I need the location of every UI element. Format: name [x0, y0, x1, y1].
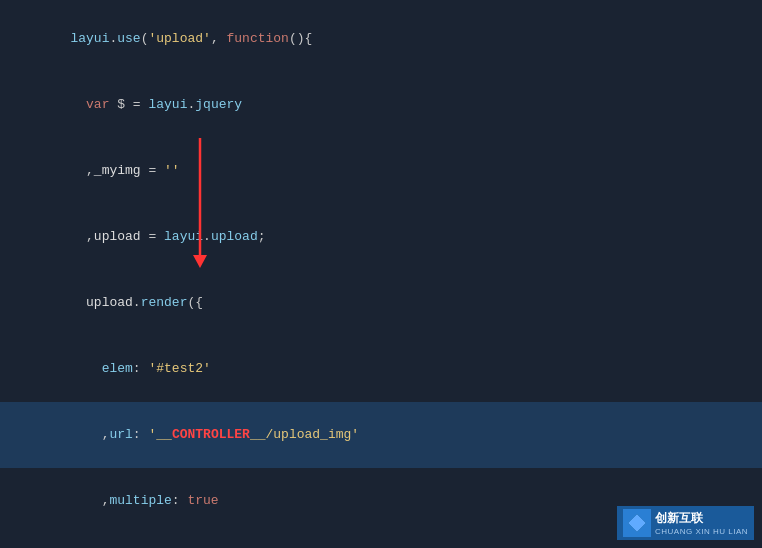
code-line-5: upload.render({: [0, 270, 762, 336]
watermark-text: 创新互联 CHUANG XIN HU LIAN: [655, 510, 748, 536]
code-line-4: ,upload = layui.upload;: [0, 204, 762, 270]
code-line-1: layui.use('upload', function(){: [0, 6, 762, 72]
svg-marker-2: [628, 514, 646, 532]
code-line-3: ,_myimg = '': [0, 138, 762, 204]
code-line-2: var $ = layui.jquery: [0, 72, 762, 138]
watermark-pinyin: CHUANG XIN HU LIAN: [655, 527, 748, 536]
watermark: 创新互联 CHUANG XIN HU LIAN: [617, 506, 754, 540]
watermark-chinese: 创新互联: [655, 510, 748, 527]
watermark-icon: [623, 509, 651, 537]
code-content: layui.use('upload', function(){ var $ = …: [0, 0, 762, 548]
code-line-6: elem: '#test2': [0, 336, 762, 402]
diamond-icon: [627, 513, 647, 533]
code-viewer: layui.use('upload', function(){ var $ = …: [0, 0, 762, 548]
code-line-7: ,url: '__CONTROLLER__/upload_img': [0, 402, 762, 468]
